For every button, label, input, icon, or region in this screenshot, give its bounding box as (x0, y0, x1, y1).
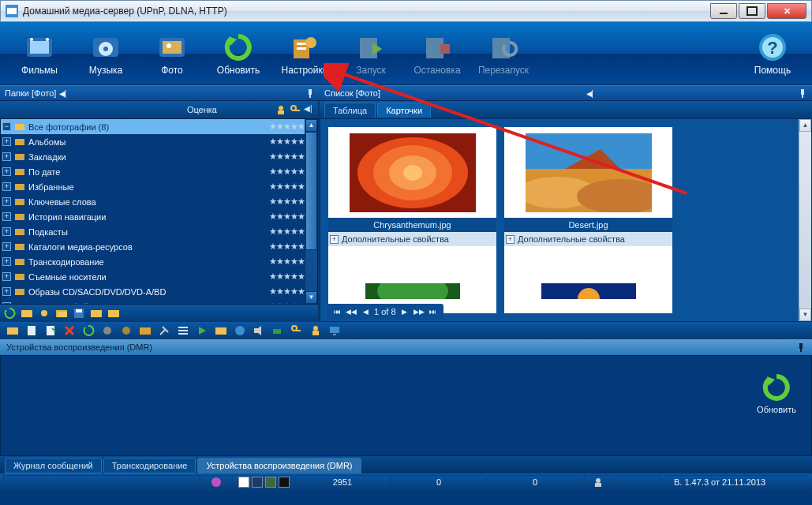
photo-card-partial[interactable] (504, 283, 672, 299)
next-page-button[interactable]: ▶▶ (413, 306, 425, 317)
folder-icon[interactable] (21, 307, 33, 320)
tab-cards[interactable]: Карточки (377, 103, 431, 118)
tree-row[interactable]: +Избранные★★★★★ (1, 179, 317, 194)
folder-tree[interactable]: −Все фотографии (8)★★★★★+Альбомы★★★★★+За… (0, 118, 318, 305)
collapse-right-icon[interactable]: ◀| (586, 89, 592, 98)
expand-icon[interactable]: + (330, 235, 339, 244)
person2-icon[interactable] (309, 324, 322, 337)
expand-icon[interactable]: + (2, 182, 11, 191)
music-button[interactable]: Музыка (73, 26, 139, 81)
tree-row[interactable]: +Альбомы★★★★★ (1, 134, 317, 149)
status-swatches[interactable] (232, 475, 294, 489)
sound-icon[interactable] (253, 324, 265, 337)
tab-log[interactable]: Журнал сообщений (5, 458, 102, 473)
tree-row[interactable]: +Каталоги медиа-ресурсов★★★★★ (1, 239, 317, 254)
next-button[interactable]: ▶ (399, 306, 410, 317)
save-icon[interactable] (73, 307, 85, 320)
folder-open-icon[interactable] (55, 307, 68, 320)
tree-row[interactable]: +Транскодирование★★★★★ (1, 254, 317, 269)
rating-stars[interactable]: ★★★★★ (269, 241, 305, 252)
rating-stars[interactable]: ★★★★★ (269, 152, 305, 162)
first-page-button[interactable]: ⏮ (331, 306, 342, 317)
expand-icon[interactable]: + (2, 227, 11, 236)
rating-stars[interactable]: ★★★★★ (269, 211, 305, 222)
pin-icon[interactable] (796, 342, 806, 352)
rating-stars[interactable]: ★★★★★ (269, 196, 305, 207)
rating-stars[interactable]: ★★★★★ (269, 301, 305, 305)
folder2-icon[interactable] (90, 307, 103, 320)
minimize-button[interactable] (710, 3, 737, 19)
expand-icon[interactable]: + (2, 287, 11, 296)
status-user-icon[interactable] (584, 475, 612, 489)
tree-scrollbar[interactable]: ▲ ▼ (305, 119, 317, 304)
expand-icon[interactable]: + (2, 257, 11, 266)
tag-icon[interactable] (271, 324, 284, 337)
tree-row[interactable]: +Ключевые слова★★★★★ (1, 194, 317, 209)
scroll-down-button[interactable]: ▼ (305, 291, 317, 304)
status-color-icon[interactable] (202, 475, 230, 489)
edit-icon[interactable] (44, 324, 57, 337)
rating-stars[interactable]: ★★★★★ (269, 286, 305, 297)
person-icon[interactable] (275, 104, 286, 115)
films-button[interactable]: Фильмы (6, 26, 73, 81)
tools-icon[interactable] (158, 324, 170, 337)
thumbnail[interactable] (504, 127, 672, 218)
maximize-button[interactable] (739, 3, 765, 19)
photo-card-partial[interactable] (328, 283, 496, 299)
gear-icon[interactable] (101, 324, 114, 337)
settings-button[interactable]: Настройки (271, 26, 338, 81)
close-button[interactable] (767, 3, 806, 19)
prev-button[interactable]: ◀ (360, 306, 371, 317)
card-props[interactable]: +Дополнительные свойства (504, 232, 672, 246)
gear2-icon[interactable] (120, 324, 133, 337)
globe-icon[interactable] (234, 324, 246, 337)
key-icon[interactable] (290, 104, 301, 115)
tree-row[interactable]: +По дате★★★★★ (1, 164, 317, 179)
document-icon[interactable] (25, 324, 38, 337)
scroll-down-button[interactable]: ▼ (799, 309, 811, 321)
play-icon[interactable] (196, 324, 208, 337)
collapse-left-icon[interactable]: ◀| (59, 89, 65, 98)
last-page-button[interactable]: ⏭ (428, 306, 439, 317)
dmr-refresh-button[interactable]: Обновить (751, 372, 802, 414)
rating-stars[interactable]: ★★★★★ (269, 271, 305, 282)
rating-stars[interactable]: ★★★★★ (269, 122, 305, 132)
expand-icon[interactable]: + (2, 212, 11, 221)
cards-scrollbar[interactable]: ▲ ▼ (799, 119, 811, 321)
rating-stars[interactable]: ★★★★★ (269, 226, 305, 237)
tree-row[interactable]: +Входящие файлы★★★★★ (1, 299, 317, 305)
folder3-icon[interactable] (107, 307, 120, 320)
expand-icon[interactable]: + (2, 167, 11, 176)
arrow-left-icon[interactable]: ◀| (304, 104, 315, 115)
tree-row[interactable]: +Съемные носители★★★★★ (1, 269, 317, 284)
expand-icon[interactable]: + (2, 242, 11, 251)
stop-button[interactable]: Остановка (404, 26, 470, 81)
help-button[interactable]: ? Помощь (739, 26, 806, 81)
rating-stars[interactable]: ★★★★★ (269, 137, 305, 147)
expand-icon[interactable]: + (506, 235, 515, 244)
tree-row[interactable]: +Закладки★★★★★ (1, 149, 317, 164)
tree-row[interactable]: +Подкасты★★★★★ (1, 224, 317, 239)
expand-icon[interactable]: + (2, 152, 11, 161)
expand-icon[interactable]: + (2, 302, 11, 305)
rating-stars[interactable]: ★★★★★ (269, 181, 305, 192)
rating-stars[interactable]: ★★★★★ (269, 166, 305, 177)
expand-icon[interactable]: + (2, 137, 11, 146)
restart-button[interactable]: Перезапуск (470, 26, 537, 81)
scroll-up-button[interactable]: ▲ (799, 119, 811, 132)
card-props[interactable]: +Дополнительные свойства (328, 232, 496, 246)
expand-icon[interactable]: + (2, 197, 11, 206)
tree-row[interactable]: +История навигации★★★★★ (1, 209, 317, 224)
folder-open-icon[interactable] (6, 324, 19, 337)
start-button[interactable]: Запуск (338, 26, 404, 81)
delete-icon[interactable] (63, 324, 76, 337)
monitor-icon[interactable] (328, 324, 341, 337)
pin-icon[interactable] (305, 88, 315, 98)
thumbnail[interactable] (328, 127, 496, 218)
pin-icon[interactable] (798, 88, 807, 98)
refresh-small-icon[interactable] (3, 307, 16, 320)
scroll-up-button[interactable]: ▲ (305, 119, 317, 132)
refresh-button[interactable]: Обновить (205, 26, 271, 81)
scroll-thumb[interactable] (305, 132, 317, 250)
list-icon[interactable] (177, 324, 189, 337)
